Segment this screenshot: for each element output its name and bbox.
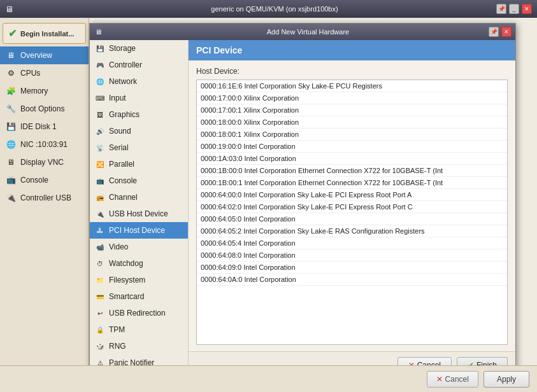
sidebar-boot-options-label: Boot Options — [20, 104, 64, 113]
device-list-item[interactable]: 0000:17:00:0 Xilinx Corporation — [197, 92, 507, 104]
hw-input-label: Input — [109, 94, 126, 102]
device-list-item[interactable]: 0000:17:00:1 Xilinx Corporation — [197, 104, 507, 116]
sound-icon: 🔊 — [95, 126, 105, 136]
hw-console-label: Console — [109, 176, 137, 185]
hw-item-parallel[interactable]: 🔀 Parallel — [90, 156, 188, 172]
device-list-item[interactable]: 0000:1B:00:1 Intel Corporation Ethernet … — [197, 177, 507, 189]
minimize-button[interactable]: _ — [509, 4, 519, 14]
device-list-item[interactable]: 0000:64:02:0 Intel Corporation Sky Lake-… — [197, 201, 507, 213]
main-cancel-x-icon: ✕ — [436, 375, 443, 384]
device-list[interactable]: 0000:16:1E:6 Intel Corporation Sky Lake-… — [196, 80, 508, 345]
usb-redirection-icon: ↩ — [95, 308, 105, 318]
console2-icon: 📺 — [95, 176, 105, 186]
hw-item-smartcard[interactable]: 💳 Smartcard — [90, 288, 188, 305]
main-cancel-button[interactable]: ✕ Cancel — [427, 371, 478, 388]
device-list-item[interactable]: 0000:19:00:0 Intel Corporation — [197, 141, 507, 153]
hw-item-storage[interactable]: 💾 Storage — [90, 40, 188, 57]
hw-controller-label: Controller — [109, 60, 142, 69]
dialog-title: Add New Virtual Hardware — [106, 28, 510, 36]
memory-icon: 🧩 — [5, 85, 17, 97]
sidebar: ✔ Begin Installat... 🖥 Overview ⚙ CPUs 🧩… — [0, 18, 89, 392]
sidebar-item-ide-disk-1[interactable]: 💾 IDE Disk 1 — [0, 118, 89, 136]
hw-item-usb-host-device[interactable]: 🔌 USB Host Device — [90, 206, 188, 222]
sidebar-item-console[interactable]: 📺 Console — [0, 171, 89, 189]
channel-icon: 📻 — [95, 192, 105, 202]
hw-item-graphics[interactable]: 🖼 Graphics — [90, 106, 188, 123]
overview-icon: 🖥 — [5, 50, 17, 61]
controller-icon: 🎮 — [95, 60, 105, 70]
sidebar-overview-label: Overview — [20, 51, 52, 60]
check-icon: ✔ — [8, 27, 17, 39]
sidebar-display-vnc-label: Display VNC — [20, 158, 64, 167]
device-list-item[interactable]: 0000:18:00:0 Xilinx Corporation — [197, 116, 507, 129]
device-list-item[interactable]: 0000:64:08:0 Intel Corporation — [197, 249, 507, 262]
hw-item-watchdog[interactable]: ⏱ Watchdog — [90, 255, 188, 272]
sidebar-controller-usb-label: Controller USB — [20, 193, 71, 202]
device-list-item[interactable]: 0000:1B:00:0 Intel Corporation Ethernet … — [197, 165, 507, 177]
hw-item-network[interactable]: 🌐 Network — [90, 73, 188, 90]
serial-icon: 📡 — [95, 143, 105, 153]
hw-item-controller[interactable]: 🎮 Controller — [90, 57, 188, 73]
sidebar-item-nic[interactable]: 🌐 NIC :10:03:91 — [0, 136, 89, 153]
main-content: ✔ Begin Installat... 🖥 Overview ⚙ CPUs 🧩… — [0, 18, 537, 392]
device-list-item[interactable]: 0000:18:00:1 Xilinx Corporation — [197, 129, 507, 141]
close-button[interactable]: ✕ — [522, 4, 532, 14]
sidebar-item-boot-options[interactable]: 🔧 Boot Options — [0, 100, 89, 118]
main-window-title: generic on QEMU/KVM (on xsjbrd100bx) — [17, 5, 532, 13]
host-device-label: Host Device: — [196, 67, 508, 76]
main-cancel-label: Cancel — [445, 375, 469, 384]
pci-device-panel: PCI Device Host Device: 0000:16:1E:6 Int… — [189, 40, 515, 379]
sidebar-item-cpus[interactable]: ⚙ CPUs — [0, 64, 89, 82]
hw-item-channel[interactable]: 📻 Channel — [90, 189, 188, 206]
pci-device-content: Host Device: 0000:16:1E:6 Intel Corporat… — [189, 60, 515, 351]
main-title-icon: 🖥 — [5, 4, 13, 14]
network-icon: 🌐 — [95, 76, 105, 87]
device-list-item[interactable]: 0000:64:05:4 Intel Corporation — [197, 237, 507, 249]
hardware-list: 💾 Storage 🎮 Controller 🌐 Network ⌨ Input — [90, 40, 189, 379]
add-hardware-dialog: 🖥 Add New Virtual Hardware 📌 ✕ 💾 Storage… — [89, 23, 516, 379]
device-list-item[interactable]: 0000:16:1E:6 Intel Corporation Sky Lake-… — [197, 80, 507, 92]
hw-item-sound[interactable]: 🔊 Sound — [90, 123, 188, 139]
graphics-icon: 🖼 — [95, 109, 105, 120]
smartcard-icon: 💳 — [95, 291, 105, 302]
input-icon: ⌨ — [95, 93, 105, 103]
hw-item-tpm[interactable]: 🔒 TPM — [90, 321, 188, 338]
hw-item-console[interactable]: 📺 Console — [90, 172, 188, 189]
begin-install-label: Begin Installat... — [20, 30, 74, 38]
display-vnc-icon: 🖥 — [5, 157, 17, 168]
sidebar-memory-label: Memory — [20, 87, 48, 95]
begin-install-button[interactable]: ✔ Begin Installat... — [3, 23, 86, 44]
hw-item-rng[interactable]: 🎲 RNG — [90, 338, 188, 354]
dialog-close-button[interactable]: ✕ — [501, 27, 512, 37]
sidebar-item-overview[interactable]: 🖥 Overview — [0, 46, 89, 64]
sidebar-item-display-vnc[interactable]: 🖥 Display VNC — [0, 153, 89, 171]
main-window-controls: 📌 _ ✕ — [496, 4, 532, 14]
main-window: 🖥 generic on QEMU/KVM (on xsjbrd100bx) 📌… — [0, 0, 537, 392]
hw-parallel-label: Parallel — [109, 160, 134, 169]
device-list-item[interactable]: 0000:64:09:0 Intel Corporation — [197, 262, 507, 274]
hw-usb-host-device-label: USB Host Device — [109, 209, 168, 218]
hw-serial-label: Serial — [109, 143, 129, 152]
hw-item-filesystem[interactable]: 📁 Filesystem — [90, 272, 188, 288]
dialog-pin-button[interactable]: 📌 — [489, 27, 499, 37]
watchdog-icon: ⏱ — [95, 258, 105, 269]
device-list-item[interactable]: 0000:64:05:0 Intel Corporation — [197, 213, 507, 225]
pin-button[interactable]: 📌 — [496, 4, 506, 14]
hw-item-video[interactable]: 📹 Video — [90, 239, 188, 255]
sidebar-item-controller-usb[interactable]: 🔌 Controller USB — [0, 189, 89, 207]
pci-host-device-icon: 🖧 — [95, 225, 105, 235]
hw-item-serial[interactable]: 📡 Serial — [90, 139, 188, 156]
hw-usb-redirection-label: USB Redirection — [109, 309, 166, 318]
main-apply-button[interactable]: Apply — [483, 371, 529, 388]
sidebar-item-memory[interactable]: 🧩 Memory — [0, 82, 89, 100]
hw-item-input[interactable]: ⌨ Input — [90, 90, 188, 106]
hw-item-usb-redirection[interactable]: ↩ USB Redirection — [90, 305, 188, 321]
controller-usb-icon: 🔌 — [5, 192, 17, 204]
hw-item-pci-host-device[interactable]: 🖧 PCI Host Device — [90, 222, 188, 239]
main-apply-label: Apply — [497, 375, 516, 384]
device-list-item[interactable]: 0000:64:00:0 Intel Corporation Sky Lake-… — [197, 189, 507, 201]
device-list-item[interactable]: 0000:64:0A:0 Intel Corporation — [197, 274, 507, 286]
hw-network-label: Network — [109, 77, 137, 86]
device-list-item[interactable]: 0000:1A:03:0 Intel Corporation — [197, 153, 507, 165]
device-list-item[interactable]: 0000:64:05:2 Intel Corporation Sky Lake-… — [197, 225, 507, 237]
